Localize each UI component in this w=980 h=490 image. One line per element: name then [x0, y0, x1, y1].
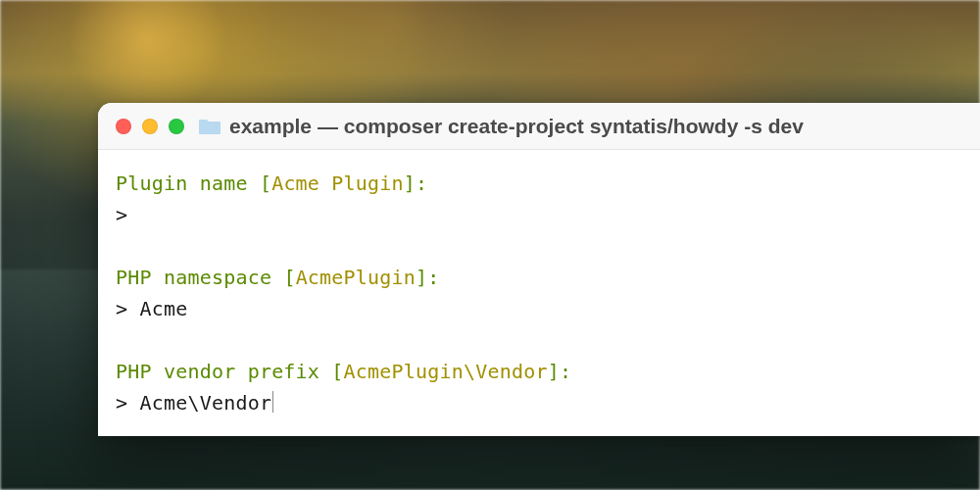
traffic-lights: [116, 119, 184, 134]
prompt-default: Acme Plugin: [271, 172, 404, 195]
close-button[interactable]: [116, 119, 131, 134]
terminal-body[interactable]: Plugin name [Acme Plugin]: > PHP namespa…: [98, 150, 980, 436]
answer-line: > Acme\Vendor: [116, 387, 962, 418]
answer-text: Acme\Vendor: [139, 391, 271, 415]
title-area: example — composer create-project syntat…: [198, 115, 804, 138]
folder-icon: [198, 117, 221, 136]
text-cursor: [272, 391, 273, 413]
minimize-button[interactable]: [142, 119, 158, 134]
terminal-window: example — composer create-project syntat…: [98, 103, 980, 436]
titlebar[interactable]: example — composer create-project syntat…: [98, 103, 980, 150]
prompt-arrow: >: [116, 203, 139, 226]
prompt-arrow: >: [116, 297, 139, 320]
prompt-default: AcmePlugin: [296, 266, 416, 289]
prompt-label: PHP namespace: [116, 266, 271, 289]
prompt-line: PHP namespace [AcmePlugin]:: [116, 262, 962, 293]
prompt-line: PHP vendor prefix [AcmePlugin\Vendor]:: [116, 356, 962, 387]
prompt-arrow: >: [116, 391, 139, 415]
answer-line: >: [116, 199, 962, 230]
answer-text: Acme: [139, 297, 187, 320]
prompt-line: Plugin name [Acme Plugin]:: [116, 168, 962, 199]
maximize-button[interactable]: [169, 119, 184, 134]
prompt-default: AcmePlugin\Vendor: [344, 360, 548, 383]
prompt-label: PHP vendor prefix: [116, 360, 319, 383]
window-title: example — composer create-project syntat…: [229, 115, 804, 138]
blank-line: [116, 324, 962, 356]
blank-line: [116, 230, 962, 262]
prompt-label: Plugin name: [116, 172, 248, 195]
answer-line: > Acme: [116, 293, 962, 324]
